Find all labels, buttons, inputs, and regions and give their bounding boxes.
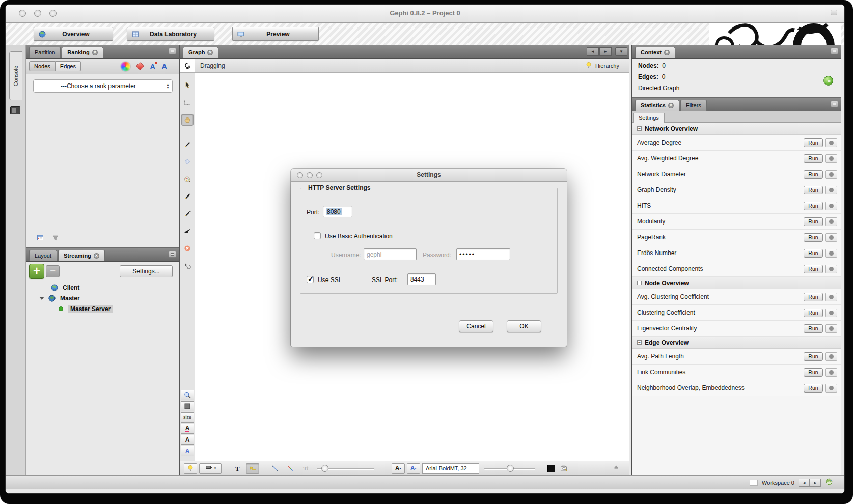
node-pencil-tool[interactable] (181, 190, 194, 203)
edge-style-combo[interactable]: ▾ (199, 463, 222, 474)
cancel-button[interactable]: Cancel (459, 320, 493, 332)
statistic-info-button[interactable] (825, 352, 837, 361)
password-field[interactable]: ••••• (456, 248, 510, 260)
add-stream-button[interactable]: + (29, 264, 44, 279)
label-color-icon[interactable]: A (181, 424, 194, 434)
minimize-panel-icon[interactable] (169, 48, 176, 54)
close-tab-icon[interactable] (92, 50, 98, 55)
statistic-info-button[interactable] (825, 324, 837, 333)
edge-label-attributes-button[interactable]: A· (407, 463, 420, 474)
close-tab-icon[interactable] (668, 103, 674, 108)
run-button[interactable]: Run (804, 217, 823, 226)
streaming-settings-button[interactable]: Settings... (120, 265, 173, 277)
resize-labels-icon[interactable]: size (181, 412, 194, 423)
run-button[interactable]: Run (804, 352, 823, 361)
edges-button[interactable]: Edges (56, 61, 81, 71)
data-laboratory-button[interactable]: Data Laboratory (127, 27, 214, 41)
statistic-info-button[interactable] (825, 265, 837, 273)
hierarchy-control[interactable]: Hierarchy (585, 61, 629, 70)
scroll-left-button[interactable]: ◄ (587, 47, 599, 56)
background-color-icon[interactable] (181, 401, 194, 411)
tab-streaming[interactable]: Streaming (58, 250, 105, 261)
workspace-globe-icon[interactable] (825, 478, 833, 488)
ssl-port-field[interactable]: 8443 (407, 273, 436, 285)
run-button[interactable]: Run (804, 186, 823, 194)
tab-graph[interactable]: Graph (183, 47, 218, 58)
label-color-swatch[interactable] (547, 465, 555, 472)
edge-pencil-tool[interactable] (181, 208, 194, 220)
close-tab-icon[interactable] (94, 253, 99, 259)
run-button[interactable]: Run (804, 249, 823, 258)
label-size-icon[interactable]: A (181, 446, 194, 456)
screenshot-button[interactable] (557, 463, 570, 474)
rank-label-size-icon[interactable] (161, 63, 167, 70)
overview-button[interactable]: Overview (34, 27, 113, 41)
collapse-icon[interactable]: − (637, 126, 642, 131)
close-tab-icon[interactable] (207, 50, 213, 55)
edge-color-button[interactable] (268, 463, 282, 474)
show-edges-button[interactable] (246, 463, 259, 474)
tab-list-button[interactable]: ▼ (615, 47, 627, 56)
previous-workspace-button[interactable]: ◄ (799, 479, 810, 487)
edge-preview-lightbulb-button[interactable] (184, 463, 197, 474)
preview-button[interactable]: Preview (232, 27, 319, 41)
label-font-icon[interactable]: A (181, 435, 194, 445)
drag-tool[interactable] (181, 114, 194, 126)
console-icon[interactable] (10, 106, 20, 114)
dialog-zoom-button[interactable] (316, 172, 322, 178)
use-ssl-checkbox[interactable] (307, 276, 314, 283)
result-list-icon[interactable] (36, 234, 44, 244)
statistic-info-button[interactable] (825, 202, 837, 210)
minimize-panel-icon[interactable] (831, 101, 838, 107)
run-button[interactable]: Run (804, 233, 823, 242)
console-tab[interactable]: Console (9, 51, 22, 100)
statistic-info-button[interactable] (825, 170, 837, 179)
statistic-info-button[interactable] (825, 368, 837, 377)
direct-selection-tool[interactable] (181, 79, 194, 91)
tree-item-client[interactable]: Client (26, 282, 179, 293)
node-label-attributes-button[interactable]: A· (392, 463, 405, 474)
subtab-settings[interactable]: Settings (633, 113, 665, 123)
run-button[interactable]: Run (804, 384, 823, 393)
reset-zoom-icon[interactable] (181, 390, 194, 400)
delete-node-tool[interactable] (181, 242, 194, 255)
collapse-icon[interactable]: − (637, 281, 642, 285)
dialog-close-button[interactable] (297, 172, 303, 178)
tab-ranking[interactable]: Ranking (62, 47, 103, 58)
minimize-panel-icon[interactable] (169, 251, 176, 258)
statistic-info-button[interactable] (825, 217, 837, 226)
tree-item-master-server[interactable]: Master Server (26, 303, 179, 314)
run-button[interactable]: Run (804, 170, 823, 179)
window-menu-icon[interactable] (831, 10, 837, 15)
shortest-path-tool[interactable] (181, 225, 194, 237)
statistic-info-button[interactable] (825, 186, 837, 194)
show-node-labels-button[interactable]: T (231, 463, 244, 474)
basic-auth-checkbox[interactable] (314, 232, 321, 239)
statistic-info-button[interactable] (825, 309, 837, 317)
run-button[interactable]: Run (804, 265, 823, 273)
remove-stream-button[interactable]: − (46, 265, 60, 277)
stats-section-header[interactable]: −Node Overview (632, 277, 841, 289)
minimize-panel-icon[interactable] (831, 48, 838, 54)
rectangle-selection-tool[interactable] (181, 96, 194, 108)
nodes-button[interactable]: Nodes (29, 61, 56, 71)
sizer-tool[interactable] (181, 156, 194, 168)
collapse-toolbar-icon[interactable] (612, 463, 620, 473)
statistic-info-button[interactable] (825, 154, 837, 163)
label-font-field[interactable]: Arial-BoldMT, 32 (422, 463, 479, 474)
dialog-minimize-button[interactable] (307, 172, 313, 178)
rank-size-icon[interactable] (136, 62, 145, 71)
tab-statistics[interactable]: Statistics (635, 100, 679, 111)
tab-context[interactable]: Context (635, 47, 675, 58)
ok-button[interactable]: OK (507, 320, 541, 332)
run-button[interactable]: Run (804, 368, 823, 377)
stats-section-header[interactable]: −Edge Overview (632, 337, 841, 349)
run-button[interactable]: Run (804, 202, 823, 210)
rank-parameter-dropdown[interactable]: ---Choose a rank parameter ▲▼ (33, 79, 173, 93)
edge-scale-slider[interactable] (317, 464, 374, 472)
statistic-info-button[interactable] (825, 384, 837, 393)
painter-tool[interactable] (181, 138, 194, 151)
run-button[interactable]: Run (804, 138, 823, 147)
run-button[interactable]: Run (804, 309, 823, 317)
run-button[interactable]: Run (804, 154, 823, 163)
